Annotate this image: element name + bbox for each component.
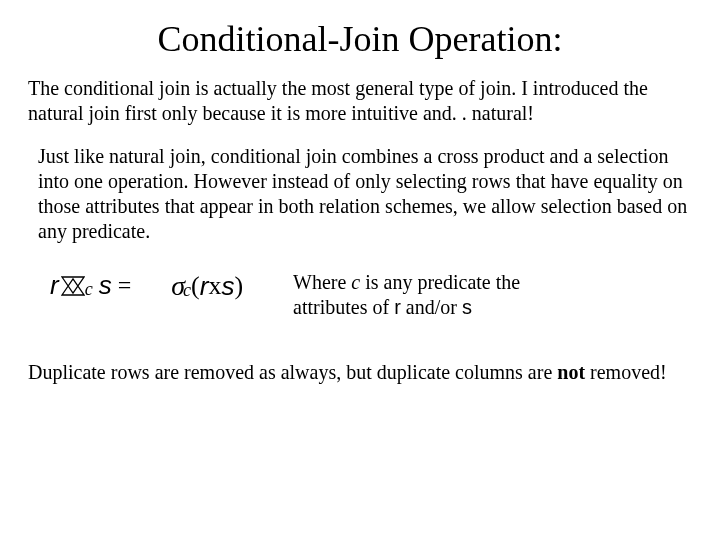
explain-pre: Where [293,271,351,293]
var-r: r [50,270,59,301]
join-subscript: c [85,279,93,300]
close-paren: ) [234,271,243,301]
explain-andor: and/or [401,296,462,318]
join-icon [61,276,85,296]
formula-row: r c s = σc(r x s) Where c is any predica… [50,270,692,320]
var-s-2: s [221,271,234,302]
para3-c: removed! [585,361,667,383]
para3-not: not [557,361,585,383]
paragraph-1: The conditional join is actually the mos… [28,76,692,126]
times-x: x [208,271,221,301]
var-r-2: r [200,271,209,302]
explain-r: r [394,296,401,318]
explain-s: s [462,296,472,318]
var-s: s [99,270,112,301]
paragraph-2: Just like natural join, conditional join… [38,144,692,244]
para3-a: Duplicate rows are removed as always, bu… [28,361,557,383]
formula-explanation: Where c is any predicate the attributes … [293,270,553,320]
paragraph-3: Duplicate rows are removed as always, bu… [28,360,692,385]
formula-rhs: σc(r x s) [171,270,243,302]
open-paren: ( [191,271,200,301]
formula-lhs: r c s = [50,270,131,301]
explain-c: c [351,271,360,293]
equals-sign: = [118,272,132,299]
sigma-subscript: c [183,280,191,301]
slide-title: Conditional-Join Operation: [28,18,692,60]
